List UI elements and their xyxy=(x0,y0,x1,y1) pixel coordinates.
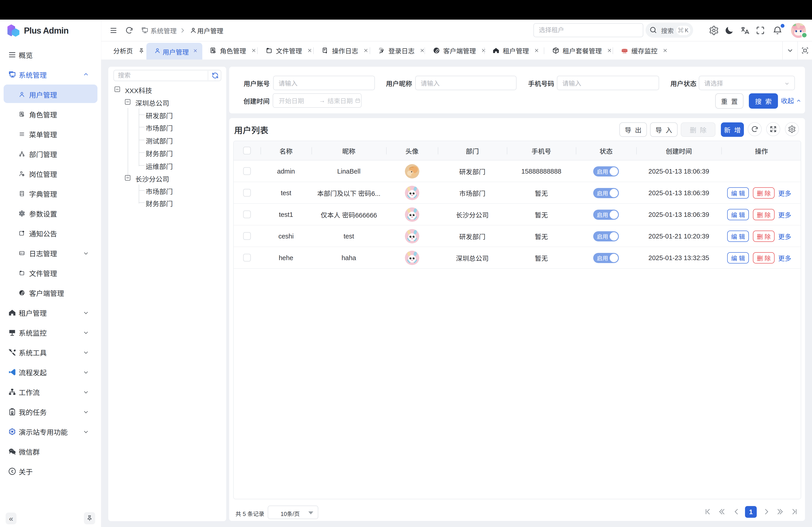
svg-text:redis: redis xyxy=(623,52,627,54)
svg-text:DEV: DEV xyxy=(20,252,24,255)
